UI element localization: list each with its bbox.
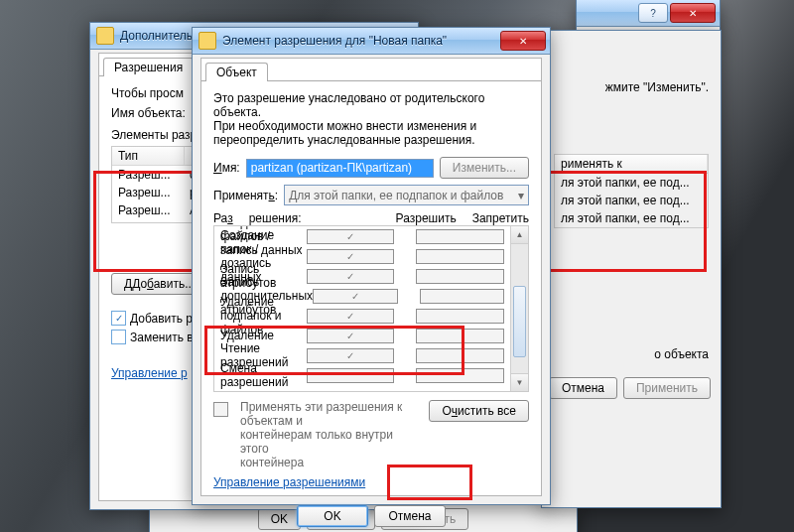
scrollbar[interactable]: ▲ ▼ [510,226,528,391]
close-button[interactable]: ✕ [500,31,546,51]
list-cell: ля этой папки, ее под... [555,192,696,209]
applyto-dropdown[interactable]: Для этой папки, ее подпапок и файлов ▾ [284,185,529,205]
folder-icon [198,32,216,50]
change-button[interactable]: Изменить... [440,157,529,179]
allow-checkbox[interactable] [307,368,395,383]
clear-all-button[interactable]: Очистить все [429,400,529,422]
apply-within-label: Применять эти разрешения к объектам и ко… [240,400,423,469]
manage-permissions-link[interactable]: Управление разрешениями [213,475,365,489]
explain-line: При необходимости можно внести изменения… [213,119,529,133]
object-suffix: о объекта [554,347,709,361]
permission-name: Смена разрешений [220,361,307,389]
list-cell: ля этой папки, ее под... [555,209,696,227]
checkbox-replace[interactable] [111,330,126,344]
permission-name: Удаление [220,329,307,342]
middle-dialog-right-strip: жмите "Изменить". рименять к ля этой пап… [541,30,722,508]
cancel-button[interactable]: Отмена [374,505,446,527]
name-label: Имя: [213,161,240,175]
close-button[interactable]: ✕ [670,3,716,23]
scroll-thumb[interactable] [513,286,526,357]
apply-within-checkbox[interactable] [213,402,228,417]
allow-checkbox[interactable] [307,348,395,363]
scroll-up-button[interactable]: ▲ [511,226,528,244]
permission-row: Смена разрешений [214,365,528,385]
deny-checkbox[interactable] [416,229,504,244]
deny-checkbox[interactable] [416,309,504,324]
perm-label: Разрешения: [213,211,396,225]
chevron-down-icon: ▾ [518,189,524,202]
scroll-down-button[interactable]: ▼ [511,373,528,391]
name-input[interactable]: partizan (partizan-ПК\partizan) [246,159,434,178]
col-allow: Разрешить [396,211,472,225]
checkbox-add[interactable] [111,311,126,326]
col-type: Тип [112,147,185,165]
permission-row: Удаление подпапок и файлов [214,306,528,326]
applyto-label: Применять: [213,189,278,202]
allow-checkbox[interactable] [307,269,395,284]
deny-checkbox[interactable] [416,249,504,264]
deny-checkbox[interactable] [416,348,504,363]
col-deny: Запретить [472,211,529,225]
allow-checkbox[interactable] [307,229,395,244]
allow-checkbox[interactable] [307,309,395,324]
deny-checkbox[interactable] [416,368,504,383]
hint-text: жмите "Изменить". [554,80,709,94]
name-label: Имя объекта: [111,106,186,120]
explain-line: Это разрешение унаследовано от родительс… [213,91,529,119]
deny-checkbox[interactable] [420,289,504,304]
help-button[interactable]: ? [638,3,668,23]
explain-line: переопределить унаследованные разрешения… [213,133,529,147]
checkbox-replace-label: Заменить вс [130,331,199,344]
permissions-listbox[interactable]: Создание файлов / запись данныхСоздание … [213,225,529,392]
tab-permissions[interactable]: Разрешения [103,58,194,76]
folder-icon [96,27,114,45]
allow-checkbox[interactable] [307,329,395,343]
ok-button[interactable]: OK [297,505,368,527]
column-applyto: рименять к [555,155,708,173]
list-cell: ля этой папки, ее под... [555,174,696,192]
deny-checkbox[interactable] [416,269,504,284]
add-button[interactable]: ДДобавить..Добавить.. [111,273,204,295]
allow-checkbox[interactable] [313,289,397,304]
window-title: Элемент разрешения для "Новая папка" [222,34,500,48]
permission-entry-dialog: Элемент разрешения для "Новая папка" ✕ О… [192,27,551,505]
apply-button[interactable]: Применить [623,377,711,399]
checkbox-add-label: Добавить р [130,312,193,326]
allow-checkbox[interactable] [307,249,395,264]
manage-permissions-link[interactable]: Управление р [111,366,188,380]
tab-object[interactable]: Объект [205,63,268,81]
cancel-button[interactable]: Отмена [549,377,617,399]
deny-checkbox[interactable] [416,329,504,343]
